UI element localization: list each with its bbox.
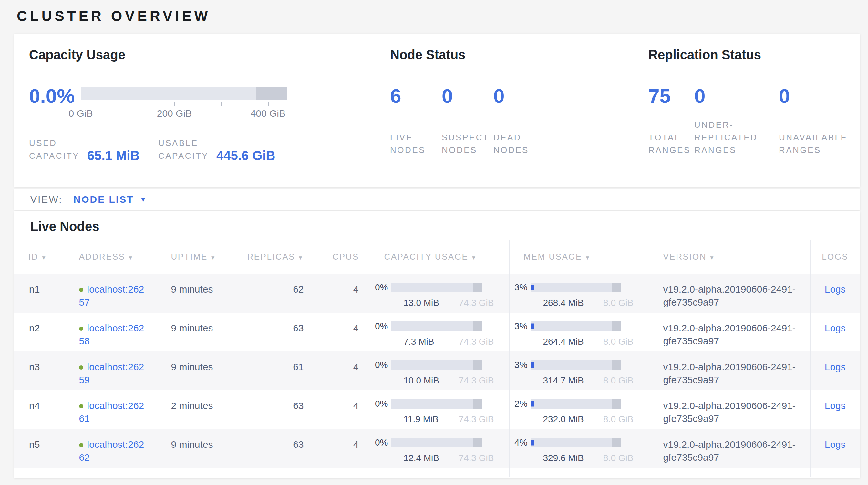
axis-tick [81,102,82,106]
usage-bar-used-segment [531,323,534,329]
logs-link[interactable]: Logs [825,323,846,333]
column-header-version[interactable]: VERSION▼ [649,240,810,274]
logs-cell: Logs [810,429,860,468]
node-address-link[interactable]: localhost:26257 [79,284,144,308]
axis-tick [221,102,222,106]
replicas-cell: 63 [233,313,318,351]
used-capacity-label: USED CAPACITY [29,137,85,162]
logs-link[interactable]: Logs [825,400,846,411]
logs-cell: Logs [810,390,860,429]
usage-bar-track [531,283,621,292]
node-status-stats: 6 LIVE NODES 0 SUSPECT NODES 0 DEAD NODE… [390,87,648,156]
capacity-usage-panel: Capacity Usage 0.0% 0 GiB [29,47,390,187]
sort-arrow-icon: ▼ [128,255,134,261]
column-header-label: ID [28,252,38,262]
stat-value: 75 [648,87,694,106]
used-capacity-value: 65.1 MiB [87,149,140,162]
node-address-link[interactable]: localhost:26262 [79,439,144,463]
usage-meter: 0% 7.3 MiB 74.3 GiB [370,320,509,348]
sort-arrow-icon: ▼ [471,255,477,261]
column-header-label: UPTIME [171,252,208,262]
table-header-row: ID▼ADDRESS▼UPTIME▼REPLICAS▼CPUSCAPACITY … [14,240,860,274]
stat-value: 0 [779,87,860,106]
node-live-dot-icon [79,443,83,447]
replication-status-panel: Replication Status 75 TOTAL RANGES 0 UND… [648,47,860,187]
column-header-uptime[interactable]: UPTIME▼ [157,240,233,274]
usage-bar-track [392,283,482,292]
capacity-bar: 0 GiB 200 GiB 400 GiB [81,87,287,118]
capacity-bar-other-programs-segment [256,87,287,99]
column-header-cpus: CPUS [318,240,370,274]
capacity-usage-cell: 0% 11.9 MiB 74.3 GiB [370,390,509,429]
sort-arrow-icon: ▼ [709,255,715,261]
capacity-usage-cell: 0% 7.3 MiB 74.3 GiB [370,313,509,351]
usage-bar-reserved-segment [473,283,482,292]
usage-total-value: 8.0 GiB [603,413,633,426]
logs-link[interactable]: Logs [825,284,846,294]
usage-percent: 3% [509,359,528,372]
uptime-cell: 9 minutes [157,313,233,351]
column-header-mem-usage[interactable]: MEM USAGE▼ [509,240,649,274]
stat-value: 0 [442,87,493,106]
column-header-replicas[interactable]: REPLICAS▼ [233,240,318,274]
column-header-capacity-usage[interactable]: CAPACITY USAGE▼ [370,240,509,274]
usage-used-value: 13.0 MiB [404,296,439,309]
stat-label: DEAD NODES [493,131,545,156]
replicas-cell: 61 [233,351,318,390]
column-header-address[interactable]: ADDRESS▼ [65,240,157,274]
empty-cell [509,468,649,477]
node-address-link[interactable]: localhost:26259 [79,362,144,385]
memory-usage-cell: 2% 232.0 MiB 8.0 GiB [509,390,649,429]
sort-arrow-icon: ▼ [298,255,304,261]
node-id-cell: n1 [14,274,65,313]
logs-link[interactable]: Logs [825,439,846,450]
usable-capacity-value: 445.6 GiB [216,149,275,162]
version-cell: v19.2.0-alpha.20190606-2491-gfe735c9a97 [649,390,810,429]
stat-value: 0 [694,87,779,106]
node-live-dot-icon [79,288,83,292]
node-address-link[interactable]: localhost:26258 [79,323,144,346]
node-id-cell: n5 [14,429,65,468]
replicas-cell: 62 [233,274,318,313]
summary-stat: 75 TOTAL RANGES [648,87,694,156]
usage-bar-reserved-segment [473,438,482,448]
usage-bar-used-segment [531,440,534,445]
sort-arrow-icon: ▼ [585,255,591,261]
stat-label: UNDER-REPLICATED RANGES [694,119,779,156]
axis-tick [128,102,128,106]
stat-label: TOTAL RANGES [648,131,694,156]
replication-status-title: Replication Status [648,47,860,63]
summary-card: Capacity Usage 0.0% 0 GiB [14,34,860,187]
node-address-link[interactable]: localhost:26261 [79,400,144,424]
column-header-label: LOGS [822,252,848,262]
usage-percent: 0% [370,320,388,333]
node-address-cell: localhost:26261 [65,390,157,429]
summary-stat: 0 DEAD NODES [493,87,545,156]
summary-stat: 6 LIVE NODES [390,87,442,156]
usage-bar-track [531,360,621,370]
usage-bar-reserved-segment [612,360,621,370]
node-list-dropdown[interactable]: NODE LIST ▼ [73,194,147,205]
usage-total-value: 8.0 GiB [603,296,633,309]
nodes-table: ID▼ADDRESS▼UPTIME▼REPLICAS▼CPUSCAPACITY … [14,240,860,477]
memory-usage-cell: 3% 264.4 MiB 8.0 GiB [509,313,649,351]
usage-meter: 3% 264.4 MiB 8.0 GiB [509,320,649,348]
node-address-cell: localhost:26258 [65,313,157,351]
usage-percent: 0% [370,436,388,449]
usage-used-value: 11.9 MiB [404,413,438,426]
usage-bar-track [392,438,482,448]
column-header-id[interactable]: ID▼ [14,240,65,274]
axis-tick [268,102,269,106]
usage-total-value: 74.3 GiB [459,452,494,465]
node-live-dot-icon [79,326,83,331]
logs-cell: Logs [810,351,860,390]
usage-bar-reserved-segment [612,438,621,448]
table-row-partial [14,468,860,477]
stat-label: UNAVAILABLE RANGES [779,131,860,156]
usage-meter: 0% 10.0 MiB 74.3 GiB [370,359,509,387]
replicas-cell: 63 [233,429,318,468]
usage-meter: 3% 314.7 MiB 8.0 GiB [509,359,649,387]
node-address-cell: localhost:26257 [65,274,157,313]
usage-percent: 0% [370,281,388,294]
logs-link[interactable]: Logs [825,362,846,372]
